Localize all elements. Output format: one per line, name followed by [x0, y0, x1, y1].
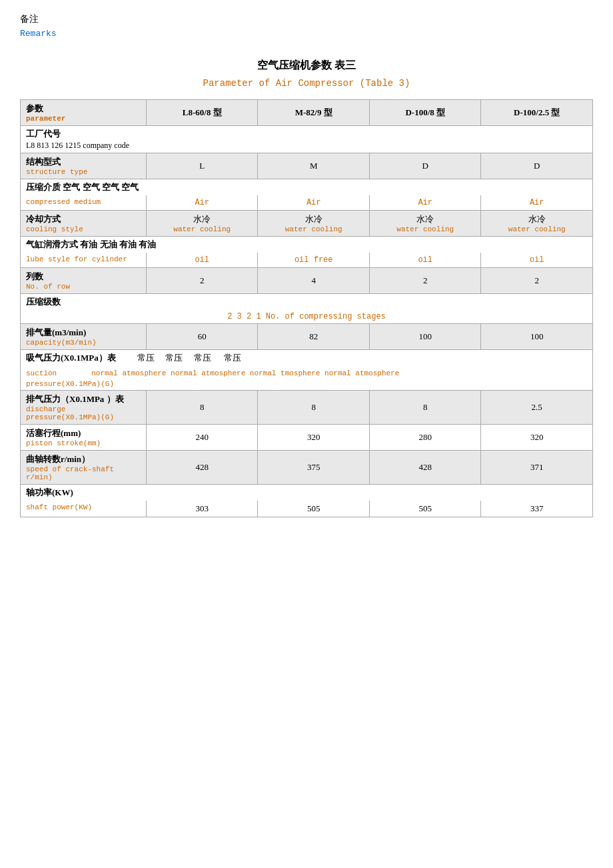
cooling-en-col1: water cooling: [152, 225, 253, 233]
discharge-param: 排气压力（X0.1MPa ）表 discharge pressure(X0.1M…: [21, 391, 147, 425]
compressed-medium-cn-cell: 压缩介质 空气 空气 空气 空气: [21, 179, 593, 196]
suction-en: suction: [26, 369, 57, 377]
capacity-col2: 82: [258, 324, 370, 350]
discharge-col2: 8: [258, 391, 370, 425]
shaft-power-cn-cell: 轴功率(KW): [21, 485, 593, 501]
capacity-col3: 100: [369, 324, 481, 350]
cooling-style-col4: 水冷 water cooling: [481, 211, 593, 237]
num-rows-param: 列数 No. of row: [21, 268, 147, 294]
crankshaft-col3: 428: [369, 451, 481, 485]
crankshaft-col1: 428: [146, 451, 258, 485]
compressed-medium-col2: Air: [258, 195, 370, 211]
table-row-piston-stroke: 活塞行程(mm) piston stroke(mm) 240 320 280 3…: [21, 425, 593, 451]
capacity-param: 排气量(m3/min) capacity(m3/min): [21, 324, 147, 350]
lube-col1: oil: [146, 253, 258, 268]
compressed-medium-en: compressed medium: [26, 198, 141, 206]
suction-cn: 吸气压力(X0.1MPa）表: [26, 353, 116, 363]
suction-en-normal-vals: normal atmosphere normal atmosphere norm…: [91, 369, 399, 377]
header-param: 参数 parameter: [21, 100, 147, 126]
suction-pressure-g: pressure(X0.1MPa)(G): [26, 380, 114, 388]
table-row-stages-en: 2 3 2 1 No. of compressing stages: [21, 310, 593, 324]
cooling-style-en: cooling style: [26, 225, 141, 233]
cooling-style-cn: 冷却方式: [26, 213, 141, 225]
num-rows-col1: 2: [146, 268, 258, 294]
discharge-en: discharge: [26, 405, 141, 413]
remarks-section: 备注 Remarks: [20, 13, 593, 39]
discharge-en2: pressure(X0.1MPa)(G): [26, 413, 141, 421]
piston-stroke-col2: 320: [258, 425, 370, 451]
cooling-en-col4: water cooling: [486, 225, 587, 233]
discharge-col3: 8: [369, 391, 481, 425]
lube-col4: oil: [481, 253, 593, 268]
crankshaft-cn: 曲轴转数r/min）: [26, 453, 141, 465]
shaft-power-param: shaft power(KW): [21, 501, 147, 517]
table-row-crankshaft-speed: 曲轴转数r/min） speed of crack-shaft r/min) 4…: [21, 451, 593, 485]
structure-type-param: 结构型式 structure type: [21, 153, 147, 179]
suction-en-cell: suction normal atmosphere normal atmosph…: [21, 366, 593, 391]
table-row-structure-type: 结构型式 structure type L M D D: [21, 153, 593, 179]
num-rows-cn: 列数: [26, 271, 141, 283]
capacity-cn: 排气量(m3/min): [26, 327, 141, 339]
header-param-en: parameter: [26, 115, 141, 123]
compressed-medium-cn: 压缩介质 空气 空气 空气 空气: [26, 182, 139, 192]
crankshaft-param: 曲轴转数r/min） speed of crack-shaft r/min): [21, 451, 147, 485]
cooling-style-col2: 水冷 water cooling: [258, 211, 370, 237]
cooling-cn-col2: 水冷: [263, 213, 364, 225]
header-col2: M-82/9 型: [258, 100, 370, 126]
structure-type-col1: L: [146, 153, 258, 179]
piston-stroke-col4: 320: [481, 425, 593, 451]
lube-en: lube style for cylinder: [26, 255, 141, 263]
compressed-medium-col3: Air: [369, 195, 481, 211]
table-row-num-rows: 列数 No. of row 2 4 2 2: [21, 268, 593, 294]
cooling-cn-col1: 水冷: [152, 213, 253, 225]
cooling-style-param: 冷却方式 cooling style: [21, 211, 147, 237]
factory-code-value: L8 813 126 1215 company code: [26, 141, 129, 150]
piston-stroke-col1: 240: [146, 425, 258, 451]
table-row-shaft-power-cn: 轴功率(KW): [21, 485, 593, 501]
num-rows-col2: 4: [258, 268, 370, 294]
piston-stroke-en: piston stroke(mm): [26, 439, 141, 447]
compressed-medium-col4: Air: [481, 195, 593, 211]
crankshaft-en2: r/min): [26, 473, 141, 481]
structure-type-col2: M: [258, 153, 370, 179]
piston-stroke-cn: 活塞行程(mm): [26, 427, 141, 439]
table-row-compressed-medium-en: compressed medium Air Air Air Air: [21, 195, 593, 211]
compressed-medium-col1: Air: [146, 195, 258, 211]
capacity-col1: 60: [146, 324, 258, 350]
crankshaft-en: speed of crack-shaft: [26, 465, 141, 473]
cooling-en-col3: water cooling: [375, 225, 476, 233]
piston-stroke-col3: 280: [369, 425, 481, 451]
table-row-suction-cn: 吸气压力(X0.1MPa）表 常压 常压 常压 常压: [21, 350, 593, 367]
cooling-style-col3: 水冷 water cooling: [369, 211, 481, 237]
title-en: Parameter of Air Compressor (Table 3): [20, 78, 593, 89]
factory-code-cell: 工厂代号 L8 813 126 1215 company code: [21, 126, 593, 153]
remarks-link[interactable]: Remarks: [20, 29, 57, 39]
stages-cn-cell: 压缩级数: [21, 294, 593, 311]
shaft-power-col4: 337: [481, 501, 593, 517]
structure-type-cn: 结构型式: [26, 156, 141, 168]
suction-cn-cell: 吸气压力(X0.1MPa）表 常压 常压 常压 常压: [21, 350, 593, 367]
cooling-en-col2: water cooling: [263, 225, 364, 233]
title-section: 空气压缩机参数 表三 Parameter of Air Compressor (…: [20, 59, 593, 89]
shaft-power-col1: 303: [146, 501, 258, 517]
shaft-power-cn: 轴功率(KW): [26, 487, 73, 497]
table-row-factory-code: 工厂代号 L8 813 126 1215 company code: [21, 126, 593, 153]
stages-en-cell: 2 3 2 1 No. of compressing stages: [21, 310, 593, 324]
shaft-power-col2: 505: [258, 501, 370, 517]
crankshaft-col4: 371: [481, 451, 593, 485]
structure-type-col3: D: [369, 153, 481, 179]
compressed-medium-param: compressed medium: [21, 195, 147, 211]
suction-normal-vals: 常压 常压 常压 常压: [137, 353, 241, 363]
lube-col2: oil free: [258, 253, 370, 268]
table-row-discharge: 排气压力（X0.1MPa ）表 discharge pressure(X0.1M…: [21, 391, 593, 425]
shaft-power-col3: 505: [369, 501, 481, 517]
header-col1: L8-60/8 型: [146, 100, 258, 126]
lube-col3: oil: [369, 253, 481, 268]
num-rows-col3: 2: [369, 268, 481, 294]
piston-stroke-param: 活塞行程(mm) piston stroke(mm): [21, 425, 147, 451]
table-row-suction-en: suction normal atmosphere normal atmosph…: [21, 366, 593, 391]
stages-cn: 压缩级数: [26, 297, 61, 307]
table-row-capacity: 排气量(m3/min) capacity(m3/min) 60 82 100 1…: [21, 324, 593, 350]
num-rows-en: No. of row: [26, 283, 141, 291]
table-row-compressed-medium-cn: 压缩介质 空气 空气 空气 空气: [21, 179, 593, 196]
